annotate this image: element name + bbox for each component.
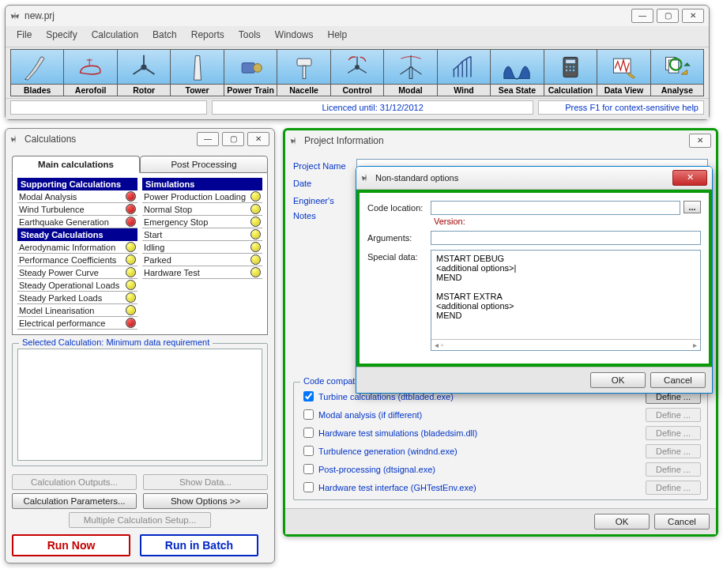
run-in-batch-button[interactable]: Run in Batch	[140, 534, 258, 556]
minimize-button[interactable]: —	[631, 9, 653, 23]
status-dot-icon	[250, 229, 261, 239]
help-hint: Press F1 for context-sensitive help	[538, 100, 704, 115]
calc-maximize[interactable]: ▢	[222, 132, 244, 146]
tool-rotor[interactable]: Rotor	[118, 49, 171, 96]
code-checkbox[interactable]	[303, 409, 314, 420]
calc-close[interactable]: ✕	[247, 132, 269, 146]
tool-wind[interactable]: Wind	[438, 49, 491, 96]
menu-tools[interactable]: Tools	[232, 28, 267, 42]
calc-item[interactable]: Idling	[142, 241, 262, 254]
menu-specify[interactable]: Specify	[40, 28, 83, 42]
pi-ok-button[interactable]: OK	[594, 514, 650, 530]
calc-item[interactable]: Steady Operational Loads	[17, 279, 137, 292]
steady-header: Steady Calculations	[17, 228, 137, 241]
code-compat-row: Hardware test interface (GHTestEnv.exe)D…	[300, 478, 701, 496]
calc-minimize[interactable]: —	[197, 132, 219, 146]
code-location-input[interactable]	[431, 201, 680, 215]
menubar: File Specify Calculation Batch Reports T…	[6, 26, 709, 47]
tool-power-train[interactable]: Power Train	[224, 49, 277, 96]
menu-batch[interactable]: Batch	[146, 28, 183, 42]
tool-nacelle[interactable]: Nacelle	[277, 49, 330, 96]
code-checkbox[interactable]	[303, 428, 314, 438]
svg-rect-15	[566, 59, 576, 63]
tool-control[interactable]: Control	[331, 49, 384, 96]
tool-tower[interactable]: Tower	[171, 49, 224, 96]
arguments-input[interactable]	[431, 231, 701, 245]
code-compat-row: Post-processing (dtsignal.exe)Define ...	[300, 460, 701, 478]
calc-item[interactable]: Aerodynamic Information	[17, 241, 137, 254]
tab-post-processing[interactable]: Post Processing	[140, 156, 268, 173]
version-label: Version:	[434, 217, 701, 226]
calculation-parameters-button[interactable]: Calculation Parameters...	[12, 493, 137, 509]
scroll-track[interactable]: ◂ ▫▸	[431, 339, 700, 350]
calc-item[interactable]: Model Linearisation	[17, 304, 137, 317]
tab-main-calculations[interactable]: Main calculations	[12, 156, 140, 173]
special-data-textarea[interactable]	[431, 251, 700, 337]
calc-item-label: Parked	[144, 255, 250, 265]
pi-titlebar: Project Information ✕	[285, 130, 716, 151]
menu-file[interactable]: File	[10, 28, 38, 42]
pi-close[interactable]: ✕	[689, 134, 711, 148]
status-dot-icon	[250, 191, 261, 202]
show-options-button[interactable]: Show Options >>	[143, 493, 268, 509]
tool-sea-state[interactable]: Sea State	[491, 49, 544, 96]
calc-item[interactable]: Parked	[142, 254, 262, 266]
tool-aerofoil[interactable]: Aerofoil	[64, 49, 117, 96]
calculation-outputs-button[interactable]: Calculation Outputs...	[12, 474, 137, 490]
tool-analyse[interactable]: Analyse	[651, 49, 704, 96]
tool-data-view[interactable]: Data View	[597, 49, 650, 96]
menu-reports[interactable]: Reports	[185, 28, 231, 42]
pi-cancel-button[interactable]: Cancel	[654, 514, 710, 530]
main-titlebar: new.prj — ▢ ✕	[6, 6, 709, 26]
close-button[interactable]: ✕	[682, 9, 704, 23]
calc-item[interactable]: Modal Analysis	[17, 190, 137, 203]
calc-item[interactable]: Emergency Stop	[142, 216, 262, 228]
code-checkbox[interactable]	[303, 482, 314, 492]
tool-blades[interactable]: Blades	[10, 49, 64, 96]
calc-item[interactable]: Normal Stop	[142, 203, 262, 216]
calc-item[interactable]: Earthquake Generation	[17, 216, 137, 228]
status-dot-icon	[126, 292, 136, 303]
calc-title: Calculations	[24, 134, 76, 145]
calc-item[interactable]: Start	[142, 228, 262, 241]
menu-windows[interactable]: Windows	[269, 28, 320, 42]
tool-power-train-label: Power Train	[224, 84, 277, 96]
ns-ok-button[interactable]: OK	[590, 372, 646, 388]
status-dot-icon	[250, 267, 261, 277]
tool-wind-label: Wind	[438, 84, 490, 96]
calc-item[interactable]: Hardware Test	[142, 266, 262, 279]
menu-help[interactable]: Help	[322, 28, 354, 42]
show-data-button[interactable]: Show Data...	[143, 474, 268, 490]
svg-rect-3	[242, 62, 254, 73]
run-now-button[interactable]: Run Now	[12, 534, 130, 556]
calc-item-label: Normal Stop	[144, 205, 250, 214]
tool-modal[interactable]: Modal	[384, 49, 437, 96]
code-checkbox[interactable]	[303, 464, 314, 474]
calc-column-right: Simulations Power Production LoadingNorm…	[142, 178, 262, 330]
tool-calculation[interactable]: Calculation	[544, 49, 597, 96]
calc-item-label: Hardware Test	[144, 268, 250, 277]
tool-control-label: Control	[331, 84, 383, 96]
calc-item[interactable]: Performance Coefficients	[17, 254, 137, 266]
ns-close-button[interactable]: ✕	[672, 170, 707, 186]
tool-modal-label: Modal	[384, 84, 436, 96]
calc-item-label: Modal Analysis	[19, 192, 126, 202]
maximize-button[interactable]: ▢	[657, 9, 679, 23]
calc-item[interactable]: Steady Power Curve	[17, 266, 137, 279]
menu-calculation[interactable]: Calculation	[85, 28, 145, 42]
calc-item[interactable]: Electrical performance	[17, 317, 137, 330]
calc-item[interactable]: Steady Parked Loads	[17, 292, 137, 304]
calc-column-left: Supporting Calculations Modal AnalysisWi…	[17, 178, 137, 330]
tool-data-view-label: Data View	[597, 84, 650, 96]
turbine-icon	[10, 134, 20, 144]
label-arguments: Arguments:	[367, 231, 431, 243]
calc-item[interactable]: Power Production Loading	[142, 190, 262, 203]
browse-button[interactable]: ...	[683, 201, 701, 213]
code-checkbox[interactable]	[303, 446, 314, 456]
ns-title: Non-standard options	[375, 173, 458, 183]
svg-marker-25	[684, 62, 690, 66]
code-checkbox[interactable]	[303, 391, 314, 401]
ns-cancel-button[interactable]: Cancel	[650, 372, 706, 388]
multiple-calculation-setup-button[interactable]: Multiple Calculation Setup...	[69, 512, 211, 528]
calc-item[interactable]: Wind Turbulence	[17, 203, 137, 216]
